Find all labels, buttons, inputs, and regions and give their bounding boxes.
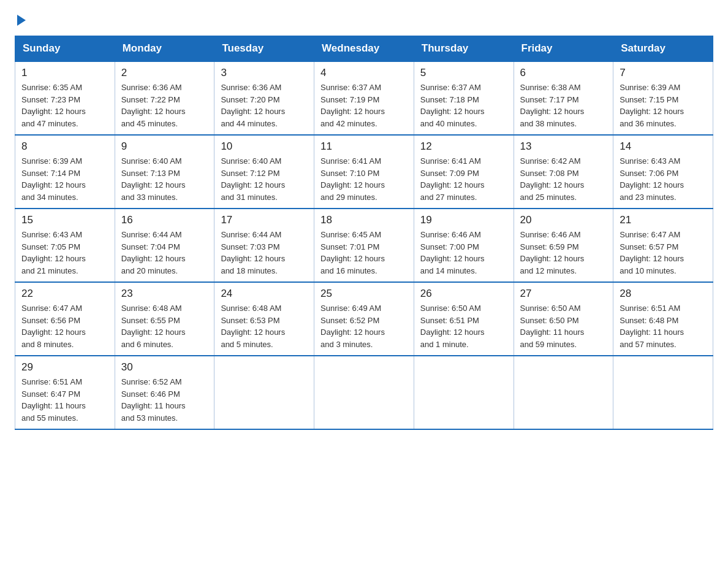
- day-number: 22: [21, 288, 108, 300]
- day-number: 19: [420, 214, 507, 226]
- weekday-header-friday: Friday: [514, 36, 613, 62]
- calendar-cell: 30Sunrise: 6:52 AMSunset: 6:46 PMDayligh…: [115, 356, 214, 429]
- weekday-header-sunday: Sunday: [15, 36, 115, 62]
- day-number: 20: [520, 214, 607, 226]
- calendar-cell: 22Sunrise: 6:47 AMSunset: 6:56 PMDayligh…: [15, 282, 115, 356]
- day-info: Sunrise: 6:47 AMSunset: 6:56 PMDaylight:…: [21, 302, 108, 350]
- day-info: Sunrise: 6:52 AMSunset: 6:46 PMDaylight:…: [121, 376, 208, 424]
- calendar-cell: 9Sunrise: 6:40 AMSunset: 7:13 PMDaylight…: [115, 135, 214, 209]
- calendar-cell: 24Sunrise: 6:48 AMSunset: 6:53 PMDayligh…: [214, 282, 314, 356]
- day-info: Sunrise: 6:46 AMSunset: 7:00 PMDaylight:…: [420, 229, 507, 277]
- day-number: 1: [21, 67, 108, 79]
- day-info: Sunrise: 6:48 AMSunset: 6:53 PMDaylight:…: [221, 302, 308, 350]
- day-number: 26: [420, 288, 507, 300]
- calendar-cell: 18Sunrise: 6:45 AMSunset: 7:01 PMDayligh…: [314, 209, 414, 282]
- calendar-cell: [314, 356, 414, 429]
- day-info: Sunrise: 6:40 AMSunset: 7:12 PMDaylight:…: [221, 155, 308, 203]
- calendar-cell: [214, 356, 314, 429]
- day-number: 4: [320, 67, 408, 79]
- calendar-week-3: 15Sunrise: 6:43 AMSunset: 7:05 PMDayligh…: [15, 209, 713, 282]
- day-info: Sunrise: 6:46 AMSunset: 6:59 PMDaylight:…: [520, 229, 607, 277]
- day-info: Sunrise: 6:39 AMSunset: 7:15 PMDaylight:…: [620, 82, 707, 129]
- weekday-header-monday: Monday: [115, 36, 214, 62]
- logo-general-text: [15, 15, 26, 26]
- calendar-cell: 27Sunrise: 6:50 AMSunset: 6:50 PMDayligh…: [514, 282, 613, 356]
- day-info: Sunrise: 6:49 AMSunset: 6:52 PMDaylight:…: [320, 302, 408, 350]
- logo-arrow-icon: [17, 15, 26, 26]
- calendar-cell: 3Sunrise: 6:36 AMSunset: 7:20 PMDaylight…: [214, 61, 314, 135]
- calendar-week-5: 29Sunrise: 6:51 AMSunset: 6:47 PMDayligh…: [15, 356, 713, 429]
- calendar-cell: 14Sunrise: 6:43 AMSunset: 7:06 PMDayligh…: [613, 135, 713, 209]
- calendar-cell: 6Sunrise: 6:38 AMSunset: 7:17 PMDaylight…: [514, 61, 613, 135]
- calendar-cell: 28Sunrise: 6:51 AMSunset: 6:48 PMDayligh…: [613, 282, 713, 356]
- calendar-cell: 16Sunrise: 6:44 AMSunset: 7:04 PMDayligh…: [115, 209, 214, 282]
- calendar-cell: 5Sunrise: 6:37 AMSunset: 7:18 PMDaylight…: [414, 61, 514, 135]
- calendar-cell: [414, 356, 514, 429]
- day-number: 8: [21, 140, 108, 153]
- calendar-cell: 17Sunrise: 6:44 AMSunset: 7:03 PMDayligh…: [214, 209, 314, 282]
- day-number: 15: [21, 214, 108, 226]
- calendar-week-4: 22Sunrise: 6:47 AMSunset: 6:56 PMDayligh…: [15, 282, 713, 356]
- day-number: 13: [520, 140, 607, 153]
- calendar-cell: 2Sunrise: 6:36 AMSunset: 7:22 PMDaylight…: [115, 61, 214, 135]
- day-info: Sunrise: 6:47 AMSunset: 6:57 PMDaylight:…: [620, 229, 707, 277]
- calendar-cell: [613, 356, 713, 429]
- weekday-header-wednesday: Wednesday: [314, 36, 414, 62]
- weekday-header-thursday: Thursday: [414, 36, 514, 62]
- day-info: Sunrise: 6:45 AMSunset: 7:01 PMDaylight:…: [320, 229, 408, 277]
- day-number: 7: [620, 67, 707, 79]
- day-number: 14: [620, 140, 707, 153]
- page-header: [15, 15, 713, 26]
- logo: [15, 15, 26, 26]
- calendar-cell: 20Sunrise: 6:46 AMSunset: 6:59 PMDayligh…: [514, 209, 613, 282]
- calendar-cell: 21Sunrise: 6:47 AMSunset: 6:57 PMDayligh…: [613, 209, 713, 282]
- calendar-week-1: 1Sunrise: 6:35 AMSunset: 7:23 PMDaylight…: [15, 61, 713, 135]
- day-number: 23: [121, 288, 208, 300]
- weekday-header-row: SundayMondayTuesdayWednesdayThursdayFrid…: [15, 36, 713, 62]
- calendar-cell: 19Sunrise: 6:46 AMSunset: 7:00 PMDayligh…: [414, 209, 514, 282]
- day-info: Sunrise: 6:36 AMSunset: 7:22 PMDaylight:…: [121, 82, 208, 129]
- calendar-cell: 26Sunrise: 6:50 AMSunset: 6:51 PMDayligh…: [414, 282, 514, 356]
- day-number: 27: [520, 288, 607, 300]
- day-number: 2: [121, 67, 208, 79]
- weekday-header-tuesday: Tuesday: [214, 36, 314, 62]
- day-info: Sunrise: 6:35 AMSunset: 7:23 PMDaylight:…: [21, 82, 108, 129]
- calendar-cell: 25Sunrise: 6:49 AMSunset: 6:52 PMDayligh…: [314, 282, 414, 356]
- weekday-header-saturday: Saturday: [613, 36, 713, 62]
- day-info: Sunrise: 6:37 AMSunset: 7:18 PMDaylight:…: [420, 82, 507, 129]
- day-info: Sunrise: 6:37 AMSunset: 7:19 PMDaylight:…: [320, 82, 408, 129]
- calendar-cell: 4Sunrise: 6:37 AMSunset: 7:19 PMDaylight…: [314, 61, 414, 135]
- calendar-cell: [514, 356, 613, 429]
- day-info: Sunrise: 6:43 AMSunset: 7:06 PMDaylight:…: [620, 155, 707, 203]
- day-number: 30: [121, 361, 208, 373]
- day-info: Sunrise: 6:36 AMSunset: 7:20 PMDaylight:…: [221, 82, 308, 129]
- day-number: 9: [121, 140, 208, 153]
- day-info: Sunrise: 6:41 AMSunset: 7:10 PMDaylight:…: [320, 155, 408, 203]
- calendar-cell: 1Sunrise: 6:35 AMSunset: 7:23 PMDaylight…: [15, 61, 115, 135]
- calendar-cell: 13Sunrise: 6:42 AMSunset: 7:08 PMDayligh…: [514, 135, 613, 209]
- day-number: 10: [221, 140, 308, 153]
- day-info: Sunrise: 6:43 AMSunset: 7:05 PMDaylight:…: [21, 229, 108, 277]
- day-info: Sunrise: 6:51 AMSunset: 6:48 PMDaylight:…: [620, 302, 707, 350]
- day-info: Sunrise: 6:48 AMSunset: 6:55 PMDaylight:…: [121, 302, 208, 350]
- day-number: 29: [21, 361, 108, 373]
- day-number: 5: [420, 67, 507, 79]
- day-number: 17: [221, 214, 308, 226]
- day-info: Sunrise: 6:44 AMSunset: 7:03 PMDaylight:…: [221, 229, 308, 277]
- day-info: Sunrise: 6:39 AMSunset: 7:14 PMDaylight:…: [21, 155, 108, 203]
- day-number: 18: [320, 214, 408, 226]
- day-number: 3: [221, 67, 308, 79]
- calendar-cell: 7Sunrise: 6:39 AMSunset: 7:15 PMDaylight…: [613, 61, 713, 135]
- day-info: Sunrise: 6:41 AMSunset: 7:09 PMDaylight:…: [420, 155, 507, 203]
- calendar-week-2: 8Sunrise: 6:39 AMSunset: 7:14 PMDaylight…: [15, 135, 713, 209]
- calendar-cell: 12Sunrise: 6:41 AMSunset: 7:09 PMDayligh…: [414, 135, 514, 209]
- day-number: 25: [320, 288, 408, 300]
- day-number: 11: [320, 140, 408, 153]
- day-info: Sunrise: 6:44 AMSunset: 7:04 PMDaylight:…: [121, 229, 208, 277]
- day-number: 21: [620, 214, 707, 226]
- calendar-cell: 11Sunrise: 6:41 AMSunset: 7:10 PMDayligh…: [314, 135, 414, 209]
- day-number: 24: [221, 288, 308, 300]
- day-number: 16: [121, 214, 208, 226]
- day-info: Sunrise: 6:50 AMSunset: 6:50 PMDaylight:…: [520, 302, 607, 350]
- calendar-cell: 10Sunrise: 6:40 AMSunset: 7:12 PMDayligh…: [214, 135, 314, 209]
